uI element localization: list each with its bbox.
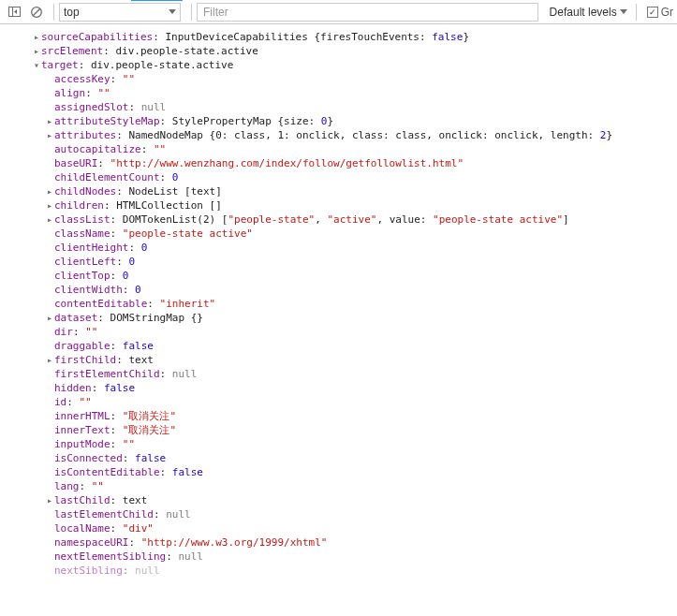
property-row[interactable]: target: div.people-state.active: [19, 58, 677, 72]
property-row[interactable]: dataset: DOMStringMap {}: [19, 311, 677, 325]
context-selector-value: top: [64, 6, 80, 19]
separator: [53, 4, 54, 21]
filter-input[interactable]: Filter: [197, 3, 538, 22]
property-row[interactable]: srcElement: div.people-state.active: [19, 44, 677, 58]
expand-icon[interactable]: [32, 30, 41, 44]
property-row[interactable]: innerHTML: "取消关注": [19, 409, 677, 423]
property-row[interactable]: innerText: "取消关注": [19, 423, 677, 437]
property-row[interactable]: childNodes: NodeList [text]: [19, 184, 677, 198]
property-row[interactable]: attributes: NamedNodeMap {0: class, 1: o…: [19, 128, 677, 142]
expand-icon[interactable]: [45, 311, 54, 325]
property-row[interactable]: autocapitalize: "": [19, 142, 677, 156]
group-similar-checkbox[interactable]: ✓: [647, 7, 658, 18]
property-row[interactable]: isConnected: false: [19, 451, 677, 465]
svg-marker-2: [14, 9, 17, 14]
property-row[interactable]: clientHeight: 0: [19, 241, 677, 255]
property-row[interactable]: isContentEditable: false: [19, 465, 677, 479]
console-toolbar: top Filter Default levels ✓ Gr: [0, 0, 677, 24]
expand-icon[interactable]: [45, 184, 54, 198]
property-row[interactable]: className: "people-state active": [19, 227, 677, 241]
property-row[interactable]: lastElementChild: null: [19, 507, 677, 521]
property-row[interactable]: namespaceURI: "http://www.w3.org/1999/xh…: [19, 535, 677, 550]
property-row[interactable]: localName: "div": [19, 521, 677, 535]
group-similar-label: Gr: [661, 6, 673, 19]
toggle-sidebar-button[interactable]: [4, 2, 24, 22]
property-row[interactable]: baseURI: "http://www.wenzhang.com/index/…: [19, 156, 677, 170]
active-tab-indicator: [131, 0, 183, 1]
property-row[interactable]: firstChild: text: [19, 353, 677, 367]
property-row[interactable]: attributeStyleMap: StylePropertyMap {siz…: [19, 114, 677, 128]
log-levels-label: Default levels: [550, 6, 617, 19]
property-row[interactable]: lastChild: text: [19, 493, 677, 507]
property-row[interactable]: hidden: false: [19, 381, 677, 395]
expand-icon[interactable]: [45, 213, 54, 227]
expand-icon[interactable]: [45, 353, 54, 367]
property-row[interactable]: classList: DOMTokenList(2) ["people-stat…: [19, 213, 677, 227]
context-selector[interactable]: top: [59, 3, 181, 22]
expand-icon[interactable]: [45, 114, 54, 128]
log-levels-selector[interactable]: Default levels: [546, 6, 631, 19]
dropdown-arrow-icon: [620, 9, 627, 15]
property-row[interactable]: clientTop: 0: [19, 269, 677, 283]
property-row[interactable]: firstElementChild: null: [19, 367, 677, 381]
expand-icon[interactable]: [45, 493, 54, 507]
svg-line-4: [33, 8, 40, 16]
expand-icon[interactable]: [45, 128, 54, 142]
filter-placeholder: Filter: [203, 6, 228, 19]
expand-icon[interactable]: [32, 44, 41, 58]
svg-marker-6: [620, 9, 627, 14]
dropdown-arrow-icon: [169, 9, 176, 15]
property-row[interactable]: id: "": [19, 395, 677, 409]
property-row[interactable]: clientWidth: 0: [19, 283, 677, 297]
clear-console-button[interactable]: [26, 2, 47, 22]
property-row[interactable]: lang: "": [19, 479, 677, 493]
svg-marker-5: [169, 9, 176, 14]
property-row[interactable]: children: HTMLCollection []: [19, 198, 677, 213]
object-tree: sourceCapabilities: InputDeviceCapabilit…: [0, 24, 677, 616]
property-row[interactable]: assignedSlot: null: [19, 100, 677, 114]
property-row[interactable]: contentEditable: "inherit": [19, 297, 677, 311]
property-row[interactable]: dir: "": [19, 325, 677, 339]
property-row[interactable]: sourceCapabilities: InputDeviceCapabilit…: [19, 30, 677, 44]
separator: [636, 4, 637, 21]
separator: [191, 4, 192, 21]
property-row[interactable]: inputMode: "": [19, 437, 677, 451]
property-row[interactable]: nextSibling: null: [19, 564, 677, 578]
expand-icon[interactable]: [45, 198, 54, 213]
property-row[interactable]: draggable: false: [19, 339, 677, 353]
property-row[interactable]: childElementCount: 0: [19, 170, 677, 184]
property-row[interactable]: align: "": [19, 86, 677, 100]
property-row[interactable]: nextElementSibling: null: [19, 550, 677, 564]
collapse-icon[interactable]: [32, 58, 41, 72]
property-row[interactable]: accessKey: "": [19, 72, 677, 86]
property-row[interactable]: clientLeft: 0: [19, 255, 677, 269]
